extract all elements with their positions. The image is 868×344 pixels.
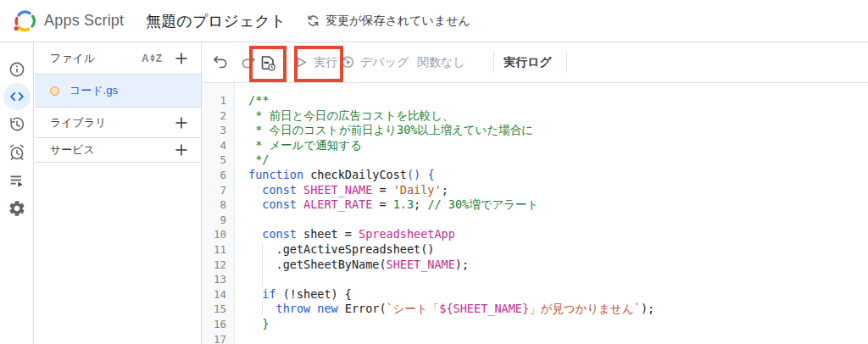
code-line[interactable] [248,213,868,228]
line-number: 7 [202,183,234,198]
services-section: サービス [35,138,201,163]
line-number: 9 [202,213,234,228]
code-token: 1.3 [393,197,414,211]
code-line[interactable]: function checkDailyCost() { [248,168,868,183]
code-token: } [262,317,269,330]
code-line[interactable]: .getSheetByName(SHEET_NAME); [248,258,868,273]
code-line[interactable]: if (!sheet) { [248,287,868,302]
code-icon [8,87,26,106]
gear-icon [8,199,26,218]
code-token: const [262,197,297,211]
add-service-button[interactable] [174,142,189,158]
files-panel: ファイル AZ コード.gs ライブラリ [35,42,202,344]
line-number: 10 [202,227,234,242]
code-editor[interactable]: 1234567891011121314151617 /** * 前日と今日の広告… [202,83,868,344]
code-token [297,197,303,211]
code-token: * 今日のコストが前日より30%以上増えていた場合に [248,123,533,136]
code-content[interactable]: /** * 前日と今日の広告コストを比較し、 * 今日のコストが前日より30%以… [248,93,868,344]
line-number: 14 [202,287,234,302]
rail-triggers-button[interactable] [3,139,31,166]
code-token [297,183,303,197]
debug-button[interactable]: デバッグ [341,55,409,70]
code-token: if [262,287,275,301]
code-token: new [317,302,337,315]
code-token: ALERT_RATE [303,197,372,211]
toolbar-divider [566,53,567,73]
code-token: = [372,183,392,197]
code-token: 」が見つかりません` [529,302,641,315]
line-number: 6 [202,168,234,183]
undo-button[interactable] [212,53,230,71]
code-token [303,168,310,181]
line-number-gutter: 1234567891011121314151617 [202,83,235,344]
code-token: 'Daily' [393,183,442,197]
code-token: ; [442,183,448,197]
executions-icon [8,171,26,190]
file-item-code-gs[interactable]: コード.gs [35,75,201,108]
line-number: 13 [202,272,234,287]
code-token: throw [276,302,311,315]
function-select[interactable]: 関数なし [417,55,465,70]
code-token: sheet = [297,227,359,241]
code-token: () [407,168,420,181]
line-number: 8 [202,197,234,213]
code-line[interactable]: const ALERT_RATE = 1.3; // 30%増でアラート [248,197,868,213]
code-line[interactable] [248,272,868,287]
code-token: * メールで通知する [248,138,362,152]
undo-icon [212,53,230,71]
code-token: .getActiveSpreadsheet() [248,242,434,256]
code-line[interactable]: * 今日のコストが前日より30%以上増えていた場合に [248,123,868,138]
code-token: `シート「 [387,302,440,315]
rail-executions-button[interactable] [3,167,31,194]
code-line[interactable]: const SHEET_NAME = 'Daily'; [248,183,868,198]
rail-editor-button[interactable] [3,83,31,110]
code-token: Error( [338,302,387,315]
code-token [248,317,262,330]
code-token: const [262,183,297,197]
code-token: * 前日と今日の広告コストを比較し、 [248,108,454,122]
app-name: Apps Script [44,12,124,30]
plus-icon [175,116,188,130]
left-rail [0,42,34,344]
code-line[interactable]: * メールで通知する [248,138,868,153]
alarm-clock-icon [8,143,26,162]
code-line[interactable] [248,332,868,344]
save-status-text: 変更が保存されていません [326,14,470,29]
rail-history-button[interactable] [3,111,31,138]
line-number: 12 [202,258,234,273]
highlight-box-run [294,46,343,82]
rail-settings-button[interactable] [3,195,31,222]
code-line[interactable]: /** [248,93,868,108]
add-library-button[interactable] [174,115,189,130]
rail-overview-button[interactable] [3,56,31,83]
code-token: SHEET_NAME [303,183,372,197]
line-number: 4 [202,138,234,153]
code-token [248,287,262,301]
code-token: */ [248,153,269,166]
toolbar-divider [493,53,494,73]
code-line[interactable]: const sheet = SpreadsheetApp [248,227,868,242]
code-token: SHEET_NAME [387,258,455,271]
add-file-button[interactable] [174,51,189,66]
code-line[interactable]: .getActiveSpreadsheet() [248,242,868,258]
code-line[interactable]: } [248,317,868,332]
code-line[interactable]: */ [248,153,868,168]
history-icon [8,115,26,134]
code-token [248,302,276,315]
line-number: 3 [202,123,234,138]
highlight-box-save [249,46,287,82]
line-number: 17 [202,332,234,344]
services-label: サービス [50,142,95,158]
info-icon [8,60,26,79]
plus-icon [175,52,188,65]
apps-script-editor: Apps Script 無題のプロジェクト 変更が保存されていません [0,0,868,344]
code-token: ); [455,258,469,271]
project-title[interactable]: 無題のプロジェクト [146,11,286,31]
code-line[interactable]: * 前日と今日の広告コストを比較し、 [248,108,868,124]
apps-script-logo-icon [14,9,36,32]
code-line[interactable]: throw new Error(`シート「${SHEET_NAME}」が見つかり… [248,302,868,317]
code-token: const [262,227,297,241]
execution-log-button[interactable]: 実行ログ [504,55,552,70]
az-sort-icon[interactable]: AZ [142,53,162,64]
plus-icon [175,143,188,157]
